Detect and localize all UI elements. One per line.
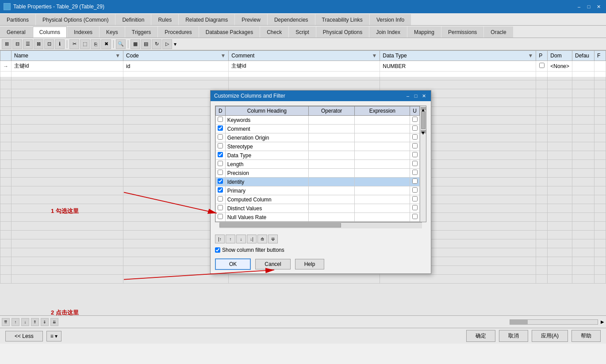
tab1-dependencies[interactable]: Dependencies bbox=[268, 14, 315, 25]
row-checkbox-8[interactable] bbox=[218, 187, 223, 193]
row-u-checkbox-7[interactable] bbox=[412, 178, 418, 184]
h-scroll-indicator[interactable] bbox=[510, 319, 598, 325]
tab2-permissions[interactable]: Permissions bbox=[441, 27, 483, 38]
show-filter-checkbox[interactable] bbox=[215, 247, 220, 253]
p-checkbox[interactable] bbox=[539, 63, 545, 68]
tab2-database-packages[interactable]: Database Packages bbox=[199, 27, 260, 38]
maximize-button[interactable]: □ bbox=[585, 3, 593, 11]
tab2-script[interactable]: Script bbox=[289, 27, 316, 38]
report-button[interactable]: ≡ ▾ bbox=[46, 331, 61, 341]
move-down-button[interactable]: ↓ bbox=[236, 235, 246, 243]
tab2-check[interactable]: Check bbox=[260, 27, 288, 38]
row-checkbox-1[interactable] bbox=[218, 125, 223, 131]
row-u-checkbox-10[interactable] bbox=[412, 205, 418, 210]
toolbar-btn-4[interactable]: ⊠ bbox=[34, 39, 43, 49]
confirm-button[interactable]: 确定 bbox=[466, 330, 495, 342]
toolbar-btn-7[interactable]: ✂ bbox=[69, 39, 79, 49]
tab1-related-diagrams[interactable]: Related Diagrams bbox=[179, 14, 234, 25]
row-u-checkbox-9[interactable] bbox=[412, 196, 418, 201]
row-u-checkbox-4[interactable] bbox=[412, 152, 418, 157]
nav-pagedown-button[interactable]: ⇓ bbox=[41, 318, 49, 326]
dialog-cancel-button[interactable]: Cancel bbox=[255, 259, 290, 269]
row-checkbox-10[interactable] bbox=[218, 205, 223, 210]
hscroll-thumb[interactable] bbox=[219, 223, 341, 228]
tab2-join-index[interactable]: Join Index bbox=[369, 27, 407, 38]
row-checkbox-7[interactable] bbox=[218, 178, 223, 184]
less-button[interactable]: << Less bbox=[5, 331, 43, 341]
tab2-physical-options[interactable]: Physical Options bbox=[316, 27, 369, 38]
toolbar-btn-3[interactable]: ☰ bbox=[23, 39, 33, 49]
toolbar-btn-15[interactable]: ▷ bbox=[162, 39, 172, 49]
toolbar-btn-6[interactable]: ℹ bbox=[55, 39, 65, 49]
dialog-close-button[interactable]: ✕ bbox=[420, 92, 427, 99]
scroll-up-btn[interactable]: ▲ bbox=[421, 107, 426, 110]
row-checkbox-4[interactable] bbox=[218, 152, 223, 157]
row-u-checkbox-3[interactable] bbox=[412, 143, 418, 148]
scroll-arrow-right[interactable]: ▶ bbox=[600, 319, 604, 324]
apply-button[interactable]: 应用(A) bbox=[532, 330, 568, 342]
tab2-oracle[interactable]: Oracle bbox=[484, 27, 513, 38]
minimize-button[interactable]: – bbox=[575, 3, 583, 11]
dialog-max-button[interactable]: □ bbox=[412, 92, 419, 99]
toolbar-btn-8[interactable]: ⬚ bbox=[80, 39, 90, 49]
tab1-physical-options-(common)[interactable]: Physical Options (Common) bbox=[36, 14, 115, 25]
cancel-button[interactable]: 取消 bbox=[499, 330, 528, 342]
tab1-rules[interactable]: Rules bbox=[151, 14, 178, 25]
scroll-down-btn[interactable]: ▼ bbox=[421, 130, 426, 133]
nav-next-button[interactable]: ↓ bbox=[21, 318, 29, 326]
toolbar-btn-10[interactable]: ✖ bbox=[101, 39, 111, 49]
close-button[interactable]: ✕ bbox=[594, 3, 602, 11]
row-checkbox-2[interactable] bbox=[218, 134, 223, 140]
row-u-checkbox-5[interactable] bbox=[412, 161, 418, 166]
tab1-preview[interactable]: Preview bbox=[235, 14, 267, 25]
nav-first-button[interactable]: ⇈ bbox=[2, 318, 10, 326]
dialog-vscrollbar[interactable]: ▲ ▼ bbox=[420, 106, 426, 222]
tab2-columns[interactable]: Columns bbox=[33, 27, 67, 38]
tab1-definition[interactable]: Definition bbox=[115, 14, 151, 25]
toolbar-btn-9[interactable]: ⎘ bbox=[91, 39, 100, 49]
row-checkbox-0[interactable] bbox=[218, 117, 223, 122]
tab2-mapping[interactable]: Mapping bbox=[407, 27, 441, 38]
toolbar-btn-5[interactable]: ⊡ bbox=[44, 39, 54, 49]
move-last-button[interactable]: ↓| bbox=[247, 235, 257, 243]
toolbar-btn-2[interactable]: ⊟ bbox=[12, 39, 22, 49]
dialog-help-button[interactable]: Help bbox=[295, 259, 325, 269]
row-checkbox-9[interactable] bbox=[218, 196, 223, 201]
dialog-hscrollbar[interactable] bbox=[219, 222, 422, 228]
toolbar-btn-13[interactable]: ▤ bbox=[141, 39, 151, 49]
move-up-button[interactable]: ↑ bbox=[226, 235, 235, 243]
row-u-checkbox-8[interactable] bbox=[412, 187, 418, 193]
help-button[interactable]: 帮助 bbox=[571, 330, 601, 342]
tab1-version-info[interactable]: Version Info bbox=[370, 14, 411, 25]
scroll-thumb[interactable] bbox=[421, 111, 426, 129]
h-scroll-thumb-main[interactable] bbox=[510, 320, 528, 324]
row-checkbox-3[interactable] bbox=[218, 143, 223, 148]
move-top-button[interactable]: ⟰ bbox=[257, 235, 267, 243]
row-checkbox-6[interactable] bbox=[218, 170, 223, 175]
tab1-traceability-links[interactable]: Traceability Links bbox=[315, 14, 369, 25]
row-u-checkbox-6[interactable] bbox=[412, 170, 418, 175]
row-checkbox-11[interactable] bbox=[218, 214, 223, 219]
tab2-keys[interactable]: Keys bbox=[100, 27, 125, 38]
move-bottom-button[interactable]: ⟱ bbox=[268, 235, 278, 243]
row-checkbox-5[interactable] bbox=[218, 161, 223, 166]
nav-last-button[interactable]: ⇊ bbox=[50, 318, 58, 326]
dialog-ok-button[interactable]: OK bbox=[215, 258, 251, 270]
row-u-checkbox-1[interactable] bbox=[412, 125, 418, 131]
toolbar-btn-12[interactable]: ▦ bbox=[130, 39, 140, 49]
tab2-procedures[interactable]: Procedures bbox=[158, 27, 198, 38]
row-u-checkbox-2[interactable] bbox=[412, 134, 418, 140]
nav-pageup-button[interactable]: ⇑ bbox=[31, 318, 39, 326]
tab2-general[interactable]: General bbox=[0, 27, 32, 38]
nav-prev-button[interactable]: ↑ bbox=[12, 318, 19, 326]
toolbar-btn-14[interactable]: ↻ bbox=[152, 39, 161, 49]
toolbar-btn-1[interactable]: ⊞ bbox=[2, 39, 12, 49]
move-first-button[interactable]: |↑ bbox=[215, 235, 225, 243]
tab2-triggers[interactable]: Triggers bbox=[125, 27, 158, 38]
dialog-min-button[interactable]: – bbox=[404, 92, 411, 99]
tab2-indexes[interactable]: Indexes bbox=[67, 27, 99, 38]
tab1-partitions[interactable]: Partitions bbox=[0, 14, 35, 25]
row-u-checkbox-11[interactable] bbox=[412, 214, 418, 219]
toolbar-btn-11[interactable]: 🔍 bbox=[116, 39, 126, 49]
row-u-checkbox-0[interactable] bbox=[412, 117, 418, 122]
